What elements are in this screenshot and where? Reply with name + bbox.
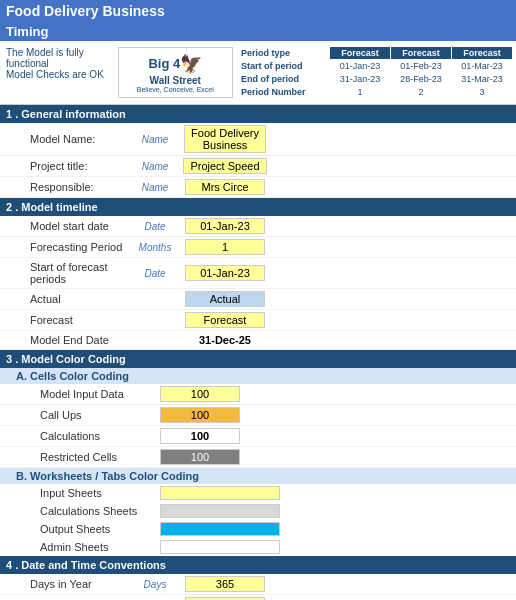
output-sheets-label: Output Sheets xyxy=(0,522,160,536)
end-period-3: 31-Mar-23 xyxy=(452,73,512,85)
status-line1: The Model is fully functional xyxy=(6,47,110,69)
call-ups-cell: 100 xyxy=(160,407,240,423)
logo-name: Wall Street xyxy=(150,75,201,86)
responsible-type: Name xyxy=(130,182,180,193)
project-title-type: Name xyxy=(130,161,180,172)
start-period-3: 01-Mar-23 xyxy=(452,60,512,72)
actual-cell: Actual xyxy=(185,291,265,307)
forecast-period-label: Forecasting Period xyxy=(0,240,130,254)
call-ups-label: Call Ups xyxy=(0,408,160,422)
model-input-row: Model Input Data 100 xyxy=(0,384,516,405)
input-sheets-row: Input Sheets xyxy=(0,484,516,502)
logo-tagline: Believe, Conceive, Excel xyxy=(137,86,214,93)
calculations-label: Calculations xyxy=(0,429,160,443)
model-start-label: Model start date xyxy=(0,219,130,233)
project-title-value: Project Speed xyxy=(180,158,270,174)
days-year-cell: 365 xyxy=(185,576,265,592)
model-name-row: Model Name: Name Food DeliveryBusiness xyxy=(0,123,516,156)
forecast-period-type: Months xyxy=(130,242,180,253)
section3-header: 3 . Model Color Coding xyxy=(0,350,516,368)
start-forecast-label: Start of forecast periods xyxy=(0,260,130,286)
calculations-row: Calculations 100 xyxy=(0,426,516,447)
forecast-period-cell: 1 xyxy=(185,239,265,255)
end-of-period-label: End of period xyxy=(239,73,329,85)
subsection-a-header: A. Cells Color Coding xyxy=(0,368,516,384)
section-timing-header: Timing xyxy=(0,22,516,41)
actual-label: Actual xyxy=(0,292,130,306)
section1-header: 1 . General information xyxy=(0,105,516,123)
forecast-cell: Forecast xyxy=(185,312,265,328)
model-name-value: Food DeliveryBusiness xyxy=(180,125,270,153)
calc-sheets-row: Calculations Sheets xyxy=(0,502,516,520)
restricted-row: Restricted Cells 100 xyxy=(0,447,516,468)
model-end-row: Model End Date 31-Dec-25 xyxy=(0,331,516,350)
end-period-2: 28-Feb-23 xyxy=(391,73,451,85)
days-year-type: Days xyxy=(130,579,180,590)
status-line2: Model Checks are OK xyxy=(6,69,110,80)
start-forecast-type: Date xyxy=(130,268,180,279)
start-of-period-label: Start of period xyxy=(239,60,329,72)
model-name-label: Model Name: xyxy=(0,132,130,146)
forecast-row: Forecast Forecast xyxy=(0,310,516,331)
period-num-3: 3 xyxy=(452,86,512,98)
forecast-value: Forecast xyxy=(180,312,270,328)
days-month-row: Days in Month Days 30 xyxy=(0,595,516,600)
admin-sheets-color xyxy=(160,540,280,554)
admin-sheets-label: Admin Sheets xyxy=(0,540,160,554)
input-sheets-color xyxy=(160,486,280,500)
period-info: Period type Forecast Forecast Forecast S… xyxy=(235,45,516,100)
period-grid: Period type Forecast Forecast Forecast S… xyxy=(239,47,512,98)
start-forecast-cell: 01-Jan-23 xyxy=(185,265,265,281)
section4-header: 4 . Date and Time Conventions xyxy=(0,556,516,574)
model-name-type: Name xyxy=(130,134,180,145)
project-title-cell: Project Speed xyxy=(183,158,266,174)
model-end-label: Model End Date xyxy=(0,333,130,347)
responsible-row: Responsible: Name Mrs Circe xyxy=(0,177,516,198)
forecast-col-2-header: Forecast xyxy=(391,47,451,59)
input-sheets-label: Input Sheets xyxy=(0,486,160,500)
calculations-cell: 100 xyxy=(160,428,240,444)
logo-bird-icon: 🦅 xyxy=(180,53,202,75)
period-num-1: 1 xyxy=(330,86,390,98)
logo-block: Big 4 🦅 Wall Street Believe, Conceive, E… xyxy=(118,47,233,98)
restricted-label: Restricted Cells xyxy=(0,450,160,464)
start-period-2: 01-Feb-23 xyxy=(391,60,451,72)
start-forecast-row: Start of forecast periods Date 01-Jan-23 xyxy=(0,258,516,289)
forecast-period-value: 1 xyxy=(180,239,270,255)
model-end-cell: 31-Dec-25 xyxy=(185,333,265,347)
period-num-2: 2 xyxy=(391,86,451,98)
logo-big-text: Big 4 xyxy=(148,56,180,71)
start-forecast-value: 01-Jan-23 xyxy=(180,265,270,281)
responsible-value: Mrs Circe xyxy=(180,179,270,195)
start-period-1: 01-Jan-23 xyxy=(330,60,390,72)
restricted-cell: 100 xyxy=(160,449,240,465)
calc-sheets-label: Calculations Sheets xyxy=(0,504,160,518)
model-start-value: 01-Jan-23 xyxy=(180,218,270,234)
model-start-row: Model start date Date 01-Jan-23 xyxy=(0,216,516,237)
model-end-value: 31-Dec-25 xyxy=(180,333,270,347)
calc-sheets-color xyxy=(160,504,280,518)
subsection-b-header: B. Worksheets / Tabs Color Coding xyxy=(0,468,516,484)
project-title-label: Project title: xyxy=(0,159,130,173)
end-period-1: 31-Jan-23 xyxy=(330,73,390,85)
forecast-col-1-header: Forecast xyxy=(330,47,390,59)
call-ups-row: Call Ups 100 xyxy=(0,405,516,426)
top-info-row: The Model is fully functional Model Chec… xyxy=(0,41,516,105)
page-title: Food Delivery Business xyxy=(0,0,516,22)
actual-value: Actual xyxy=(180,291,270,307)
section2-header: 2 . Model timeline xyxy=(0,198,516,216)
days-year-value: 365 xyxy=(180,576,270,592)
model-name-cell: Food DeliveryBusiness xyxy=(184,125,266,153)
admin-sheets-row: Admin Sheets xyxy=(0,538,516,556)
period-number-label: Period Number xyxy=(239,86,329,98)
responsible-label: Responsible: xyxy=(0,180,130,194)
model-input-label: Model Input Data xyxy=(0,387,160,401)
model-status: The Model is fully functional Model Chec… xyxy=(0,45,116,100)
days-year-row: Days in Year Days 365 xyxy=(0,574,516,595)
forecast-col-3-header: Forecast xyxy=(452,47,512,59)
forecast-label: Forecast xyxy=(0,313,130,327)
actual-row: Actual Actual xyxy=(0,289,516,310)
output-sheets-row: Output Sheets xyxy=(0,520,516,538)
days-year-label: Days in Year xyxy=(0,577,130,591)
output-sheets-color xyxy=(160,522,280,536)
